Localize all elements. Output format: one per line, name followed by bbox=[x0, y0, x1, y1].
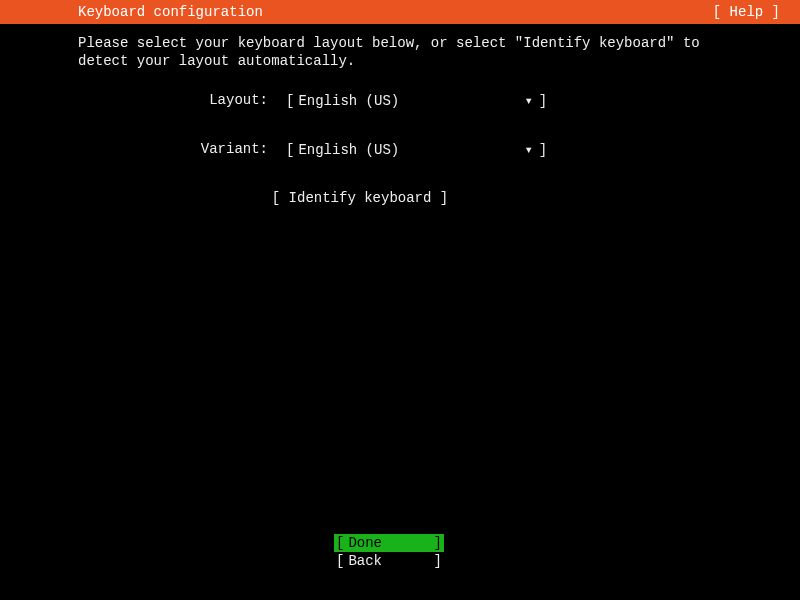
content-area: Please select your keyboard layout below… bbox=[0, 24, 800, 206]
bracket-open: [ bbox=[286, 142, 294, 158]
variant-row: Variant: [ English (US) ▾ ] bbox=[78, 141, 722, 158]
layout-value: English (US) bbox=[294, 93, 524, 109]
bracket-open: [ bbox=[272, 190, 289, 206]
layout-label: Layout: bbox=[178, 92, 268, 109]
done-button[interactable]: [Done] bbox=[334, 534, 444, 552]
bracket-close: ] bbox=[539, 93, 547, 109]
layout-dropdown[interactable]: [ English (US) ▾ ] bbox=[286, 92, 547, 109]
bracket-close: ] bbox=[431, 190, 448, 206]
bracket-open: [ bbox=[334, 553, 344, 569]
back-button[interactable]: [Back] bbox=[334, 552, 444, 570]
bracket-close: ] bbox=[434, 534, 444, 552]
instruction-text: Please select your keyboard layout below… bbox=[78, 34, 722, 70]
identify-row: [ Identify keyboard ] bbox=[78, 190, 722, 206]
variant-dropdown[interactable]: [ English (US) ▾ ] bbox=[286, 141, 547, 158]
chevron-down-icon: ▾ bbox=[524, 92, 532, 109]
help-button[interactable]: [ Help ] bbox=[713, 4, 780, 20]
page-title: Keyboard configuration bbox=[78, 4, 263, 20]
identify-keyboard-button[interactable]: [ Identify keyboard ] bbox=[272, 190, 448, 206]
layout-row: Layout: [ English (US) ▾ ] bbox=[78, 92, 722, 109]
bracket-open: [ bbox=[286, 93, 294, 109]
identify-label: Identify keyboard bbox=[289, 190, 432, 206]
variant-label: Variant: bbox=[178, 141, 268, 158]
header-bar: Keyboard configuration [ Help ] bbox=[0, 0, 800, 24]
bracket-close: ] bbox=[434, 552, 444, 570]
bracket-close: ] bbox=[539, 142, 547, 158]
chevron-down-icon: ▾ bbox=[524, 141, 532, 158]
back-label: Back bbox=[344, 553, 382, 569]
footer-nav: [Done] [Back] bbox=[0, 534, 800, 570]
variant-value: English (US) bbox=[294, 142, 524, 158]
done-label: Done bbox=[344, 535, 382, 551]
bracket-open: [ bbox=[334, 535, 344, 551]
